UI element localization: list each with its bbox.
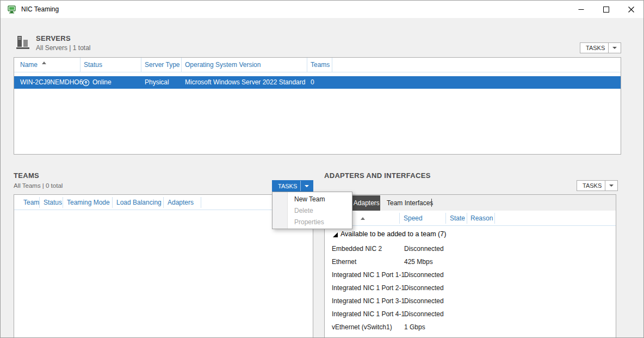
window-controls — [568, 1, 643, 18]
adapters-tabs: Network Adapters Team Interfaces — [325, 195, 616, 211]
nic-teaming-window: NIC Teaming SERVERS All S — [0, 0, 644, 338]
column-header-state[interactable]: State — [450, 211, 465, 226]
maximize-button[interactable] — [593, 1, 618, 18]
window-title: NIC Teaming — [21, 5, 59, 13]
menu-item-delete[interactable]: Delete — [273, 205, 352, 217]
minimize-icon — [578, 7, 584, 13]
column-separator — [163, 197, 164, 208]
adapter-row[interactable]: vEthernet (vSwitch1) 1 Gbps — [325, 321, 616, 334]
adapters-panel: Network Adapters Team Interfaces Speed S… — [324, 194, 616, 338]
maximize-icon — [603, 7, 609, 13]
adapter-name: Embedded NIC 2 — [332, 242, 382, 255]
menu-item-new-team[interactable]: New Team — [273, 194, 352, 205]
adapter-row[interactable]: Integrated NIC 1 Port 1-1 Disconnected — [325, 268, 616, 281]
app-icon — [8, 5, 17, 14]
adapter-speed: 425 Mbps — [404, 255, 433, 268]
adapter-speed: Disconnected — [404, 294, 444, 308]
adapter-speed: Disconnected — [404, 242, 444, 255]
close-icon — [628, 7, 634, 13]
sort-ascending-icon — [42, 62, 46, 64]
servers-section-header: SERVERS All Servers | 1 total — [16, 34, 91, 52]
column-separator — [112, 197, 113, 208]
button-divider — [605, 181, 605, 190]
servers-table-header: Name Status Server Type Operating System… — [14, 58, 621, 72]
adapter-speed: Disconnected — [404, 281, 444, 294]
column-header-teaming-mode[interactable]: Teaming Mode — [67, 195, 110, 210]
adapters-heading: ADAPTERS AND INTERFACES — [324, 171, 431, 180]
servers-subtitle: All Servers | 1 total — [36, 44, 91, 52]
column-header-teams[interactable]: Teams — [307, 58, 332, 72]
server-row[interactable]: WIN-2CJ9NEMDHO6 Online Physical Microsof… — [14, 76, 621, 89]
column-header-os-version[interactable]: Operating System Version — [182, 58, 307, 72]
teams-table-header: Team Status Teaming Mode Load Balancing … — [14, 195, 313, 210]
column-header-reason[interactable]: Reason — [470, 211, 493, 226]
column-header-adapters[interactable]: Adapters — [168, 195, 194, 210]
title-bar: NIC Teaming — [1, 1, 643, 18]
adapter-speed: Disconnected — [404, 308, 444, 321]
server-name: WIN-2CJ9NEMDHO6 — [14, 76, 81, 89]
server-os-version: Microsoft Windows Server 2022 Standard — [182, 76, 307, 89]
status-online-icon — [82, 79, 90, 87]
servers-icon — [16, 35, 30, 50]
server-teams-count: 0 — [307, 76, 332, 89]
adapter-group-row[interactable]: Available to be added to a team (7) — [325, 226, 616, 242]
server-type: Physical — [141, 76, 182, 89]
adapter-name: Ethernet — [332, 255, 356, 268]
button-divider — [300, 181, 301, 191]
teams-table: Team Status Teaming Mode Load Balancing … — [14, 194, 313, 338]
column-separator — [63, 197, 63, 208]
caret-down-icon — [609, 185, 614, 187]
adapter-name: Integrated NIC 1 Port 4-1 — [332, 308, 405, 321]
teams-tasks-menu: New Team Delete Properties — [272, 192, 352, 229]
teams-heading: TEAMS — [14, 171, 39, 180]
adapter-name: vEthernet (vSwitch1) — [332, 321, 392, 334]
group-expanded-icon — [333, 232, 338, 237]
adapter-row[interactable]: Ethernet 425 Mbps — [325, 255, 616, 268]
servers-tasks-button[interactable]: TASKS — [580, 42, 621, 53]
column-header-load-balancing[interactable]: Load Balancing — [116, 195, 162, 210]
teams-tasks-button[interactable]: TASKS — [272, 180, 313, 192]
adapters-tasks-button[interactable]: TASKS — [577, 180, 618, 191]
adapter-name: Integrated NIC 1 Port 1-1 — [332, 268, 405, 281]
column-header-status[interactable]: Status — [81, 58, 141, 72]
servers-tasks-label: TASKS — [586, 45, 605, 51]
caret-down-icon — [612, 47, 617, 49]
adapter-row[interactable]: Embedded NIC 2 Disconnected — [325, 242, 616, 255]
teams-tasks-label: TASKS — [278, 183, 297, 189]
menu-item-properties[interactable]: Properties — [273, 217, 352, 228]
text-caret — [431, 199, 432, 207]
adapter-name: Integrated NIC 1 Port 2-1 — [332, 281, 405, 294]
adapter-row[interactable]: Integrated NIC 1 Port 4-1 Disconnected — [325, 308, 616, 321]
adapters-tasks-label: TASKS — [583, 182, 602, 189]
column-header-speed[interactable]: Speed — [404, 211, 423, 226]
column-separator — [399, 213, 400, 224]
adapter-speed: Disconnected — [404, 268, 444, 281]
servers-heading: SERVERS — [36, 34, 91, 42]
column-separator — [445, 213, 446, 224]
column-separator — [201, 197, 201, 208]
column-header-server-type[interactable]: Server Type — [141, 58, 182, 72]
adapter-row[interactable]: Integrated NIC 1 Port 2-1 Disconnected — [325, 281, 616, 294]
caret-down-icon — [305, 185, 309, 187]
column-separator — [39, 197, 40, 208]
teams-subtitle: All Teams | 0 total — [14, 182, 63, 189]
button-divider — [608, 43, 609, 53]
servers-table: Name Status Server Type Operating System… — [14, 57, 621, 155]
tab-team-interfaces[interactable]: Team Interfaces — [383, 195, 436, 211]
server-status-cell: Online — [81, 76, 141, 89]
column-separator — [494, 213, 495, 224]
column-header-team-status[interactable]: Status — [44, 195, 62, 210]
minimize-button[interactable] — [568, 1, 593, 18]
column-header-team[interactable]: Team — [23, 195, 39, 210]
adapter-speed: 1 Gbps — [404, 321, 425, 334]
adapter-row[interactable]: Integrated NIC 1 Port 3-1 Disconnected — [325, 294, 616, 308]
close-button[interactable] — [618, 1, 643, 18]
group-label: Available to be added to a team (7) — [340, 230, 446, 238]
adapters-table-header: Speed State Reason — [325, 211, 616, 226]
server-status: Online — [92, 76, 112, 89]
sort-ascending-icon — [361, 217, 365, 220]
column-separator — [467, 213, 467, 224]
adapter-name: Integrated NIC 1 Port 3-1 — [332, 294, 405, 308]
column-header-name[interactable]: Name — [14, 58, 81, 72]
